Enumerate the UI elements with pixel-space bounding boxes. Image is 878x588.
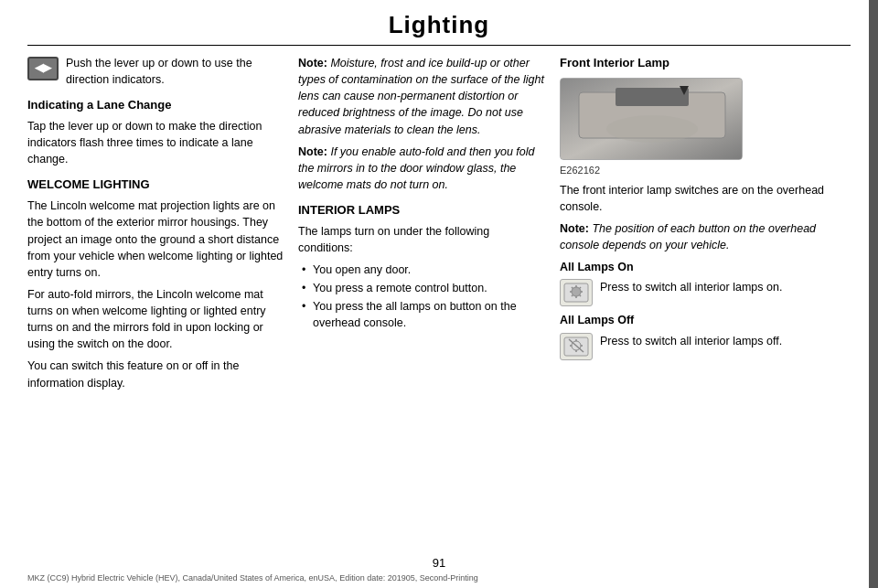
- footer-text: MKZ (CC9) Hybrid Electric Vehicle (HEV),…: [27, 573, 478, 583]
- note2-label: Note:: [298, 145, 327, 158]
- col-right: Front Interior Lamp: [560, 55, 851, 570]
- lever-description: Push the lever up or down to use the dir…: [66, 55, 284, 88]
- note2: Note: If you enable auto-fold and then y…: [298, 144, 545, 193]
- all-lamps-off-row: Press to switch all interior lamps off.: [560, 333, 851, 360]
- lane-change-heading: Indicating a Lane Change: [27, 97, 284, 114]
- list-item: You press a remote control button.: [302, 280, 545, 296]
- interior-lamps-list: You open any door. You press a remote co…: [298, 262, 545, 332]
- svg-line-14: [572, 295, 573, 297]
- page-number-row: 91: [0, 556, 878, 570]
- svg-point-4: [606, 115, 698, 143]
- all-lamps-on-text: Press to switch all interior lamps on.: [600, 279, 782, 295]
- list-item: You open any door.: [302, 262, 545, 278]
- all-lamps-on-row: Press to switch all interior lamps on.: [560, 279, 851, 306]
- all-lamps-off-text: Press to switch all interior lamps off.: [600, 333, 782, 349]
- right-note: Note: The position of each button on the…: [560, 220, 851, 253]
- page-title: Lighting: [389, 11, 490, 38]
- right-note-label: Note:: [560, 222, 589, 235]
- page-title-container: Lighting: [27, 0, 851, 46]
- all-lamps-off-icon: [560, 333, 593, 360]
- lever-icon-row: ◀ ▶ Push the lever up or down to use the…: [27, 55, 284, 88]
- all-lamps-off-heading: All Lamps Off: [560, 312, 851, 328]
- front-interior-desc: The front interior lamp switches are on …: [560, 182, 851, 215]
- page-number: 91: [433, 556, 445, 570]
- lane-change-text: Tap the lever up or down to make the dir…: [27, 118, 284, 167]
- note1: Note: Moisture, frost and ice build-up o…: [298, 55, 545, 138]
- svg-line-13: [580, 287, 582, 289]
- welcome-heading: WELCOME LIGHTING: [27, 176, 284, 194]
- content-area: ◀ ▶ Push the lever up or down to use the…: [27, 55, 851, 570]
- image-caption: E262162: [560, 164, 851, 178]
- page-container: Lighting ◀ ▶ Push the lever up or down t…: [0, 0, 878, 588]
- col-left: ◀ ▶ Push the lever up or down to use the…: [27, 55, 284, 570]
- interior-lamps-intro: The lamps turn on under the following co…: [298, 223, 545, 256]
- welcome-para3: You can switch this feature on or off in…: [27, 358, 284, 390]
- note2-text: If you enable auto-fold and then you fol…: [298, 145, 535, 191]
- note1-text: Moisture, frost and ice build-up or othe…: [298, 57, 544, 136]
- front-interior-heading: Front Interior Lamp: [560, 55, 851, 72]
- svg-line-11: [572, 287, 573, 289]
- col-middle: Note: Moisture, frost and ice build-up o…: [298, 55, 545, 570]
- svg-rect-2: [616, 88, 689, 106]
- lamp-off-svg: [562, 336, 590, 358]
- interior-lamp-svg: [561, 79, 743, 160]
- all-lamps-on-heading: All Lamps On: [560, 259, 851, 275]
- lever-icon: ◀ ▶: [27, 57, 59, 80]
- interior-lamp-image: [560, 78, 743, 160]
- right-border-decoration: [869, 0, 878, 588]
- svg-line-12: [580, 295, 582, 297]
- right-note-text: The position of each button on the overh…: [560, 222, 816, 251]
- list-item: You press the all lamps on button on the…: [302, 298, 545, 331]
- welcome-para1: The Lincoln welcome mat projection light…: [27, 198, 284, 281]
- interior-lamps-heading: INTERIOR LAMPS: [298, 202, 545, 219]
- lamp-on-svg: [562, 282, 590, 304]
- note1-label: Note:: [298, 57, 327, 69]
- welcome-para2: For auto-fold mirrors, the Lincoln welco…: [27, 286, 284, 353]
- all-lamps-on-icon: [560, 279, 593, 306]
